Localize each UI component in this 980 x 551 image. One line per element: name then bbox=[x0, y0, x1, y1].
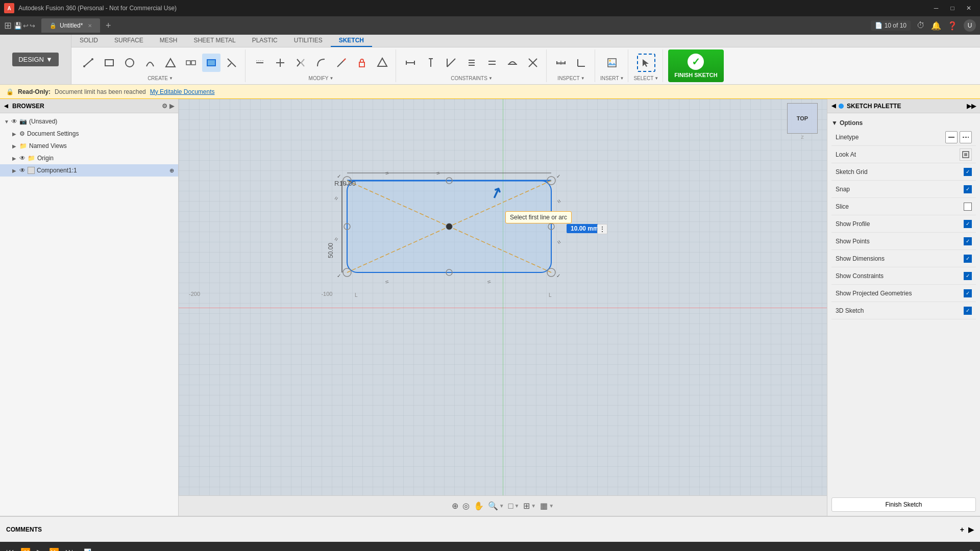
rectangle-tool-button[interactable] bbox=[100, 54, 118, 72]
zoom-button[interactable]: 🔍▼ bbox=[488, 501, 504, 511]
vertical-constraint-button[interactable] bbox=[422, 54, 440, 72]
tree-item-unsaved[interactable]: ▼ 👁 📷 (Unsaved) bbox=[0, 115, 178, 128]
show-points-checkbox[interactable]: ✓ bbox=[964, 237, 972, 245]
tab-solid[interactable]: SOLID bbox=[71, 35, 106, 47]
panel-display-button[interactable]: ▦▼ bbox=[540, 501, 554, 511]
fillet-tool-button[interactable] bbox=[312, 54, 330, 72]
3d-sketch-checkbox[interactable]: ✓ bbox=[964, 307, 972, 315]
sketch-grid-checkbox[interactable]: ✓ bbox=[964, 168, 972, 176]
tree-item-named-views[interactable]: ▶ 📁 Named Views bbox=[0, 140, 178, 152]
notification-icon[interactable]: 🔔 bbox=[931, 21, 941, 31]
sketch-rect-button[interactable] bbox=[202, 54, 220, 72]
select-tool-button[interactable] bbox=[637, 54, 655, 72]
view-cube[interactable]: TOP Z bbox=[782, 103, 823, 144]
polygon-tool-button[interactable] bbox=[161, 54, 180, 72]
palette-expand-icon[interactable]: ▶▶ bbox=[967, 103, 976, 110]
playback-play-button[interactable]: ▶ bbox=[37, 547, 43, 552]
pan-button[interactable]: ✋ bbox=[474, 501, 484, 511]
tab-sheet-metal[interactable]: SHEET METAL bbox=[185, 35, 243, 47]
user-avatar[interactable]: U bbox=[964, 19, 976, 32]
coincident-constraint-button[interactable] bbox=[524, 54, 542, 72]
comments-add-icon[interactable]: + bbox=[960, 525, 964, 534]
look-at-button[interactable] bbox=[960, 148, 972, 161]
slice-checkbox[interactable] bbox=[964, 203, 972, 211]
settings-gear-icon[interactable]: ⚙ bbox=[968, 548, 974, 551]
linetype-solid-button[interactable] bbox=[945, 131, 958, 143]
project-tool-button[interactable] bbox=[271, 54, 289, 72]
capture-icon[interactable]: 📷 bbox=[19, 118, 27, 125]
close-button[interactable]: ✕ bbox=[962, 3, 976, 13]
linetype-controls bbox=[945, 131, 972, 143]
more-shapes-button[interactable] bbox=[182, 54, 200, 72]
sketch-dimension-button[interactable] bbox=[572, 54, 591, 72]
grid-display-button[interactable]: ⊞▼ bbox=[523, 501, 536, 511]
visibility-icon[interactable]: 👁 bbox=[11, 118, 17, 125]
delete-tool-button[interactable] bbox=[373, 54, 391, 72]
active-tab[interactable]: 🔒 Untitled* ✕ bbox=[41, 18, 100, 33]
playback-prev-button[interactable]: ⏪ bbox=[20, 547, 31, 552]
parallel-constraint-button[interactable] bbox=[462, 54, 481, 72]
show-constraints-checkbox[interactable]: ✓ bbox=[964, 272, 972, 280]
mirror-tool-button[interactable] bbox=[291, 54, 310, 72]
document-counter[interactable]: 📄 10 of 10 bbox=[871, 20, 911, 31]
editable-documents-link[interactable]: My Editable Documents bbox=[150, 88, 215, 95]
browser-collapse-icon[interactable]: ◀ bbox=[4, 103, 8, 109]
design-button[interactable]: DESIGN ▼ bbox=[12, 53, 59, 66]
trim-tool-button[interactable] bbox=[223, 54, 241, 72]
playback-last-button[interactable]: ⏭ bbox=[65, 547, 74, 551]
tab-mesh[interactable]: MESH bbox=[152, 35, 186, 47]
tab-close-icon[interactable]: ✕ bbox=[88, 23, 92, 29]
tree-item-component1[interactable]: ▶ 👁 Component1:1 ⊕ bbox=[0, 164, 178, 177]
linetype-dashed-button[interactable] bbox=[960, 131, 972, 143]
app-menu-icon[interactable]: ⊞ bbox=[4, 20, 12, 31]
palette-finish-sketch-button[interactable]: Finish Sketch bbox=[831, 497, 976, 512]
canvas-area[interactable]: -200 -100 ✓ ✓ ✓ ✓ bbox=[179, 99, 827, 516]
minimize-button[interactable]: ─ bbox=[929, 3, 943, 13]
measure-button[interactable] bbox=[552, 54, 570, 72]
tree-item-origin[interactable]: ▶ 👁 📁 Origin bbox=[0, 152, 178, 164]
tangent-constraint-button[interactable] bbox=[503, 54, 522, 72]
dimension-options-button[interactable]: ⋮ bbox=[597, 224, 607, 234]
clock-icon[interactable]: ⏱ bbox=[917, 21, 925, 30]
browser-settings-icon[interactable]: ⚙ bbox=[162, 103, 167, 110]
help-icon[interactable]: ❓ bbox=[947, 21, 958, 31]
show-profile-checkbox[interactable]: ✓ bbox=[964, 220, 972, 228]
perpendicular-constraint-button[interactable] bbox=[442, 54, 460, 72]
show-dimensions-checkbox[interactable]: ✓ bbox=[964, 255, 972, 263]
tab-plastic[interactable]: PLASTIC bbox=[244, 35, 286, 47]
equal-constraint-button[interactable] bbox=[483, 54, 501, 72]
snap-to-grid-button[interactable]: ⊕ bbox=[452, 501, 458, 511]
comments-expand-icon[interactable]: ▶ bbox=[968, 525, 974, 534]
line-tool-button[interactable] bbox=[80, 54, 98, 72]
origin-visibility-icon[interactable]: 👁 bbox=[19, 155, 26, 162]
tab-utilities[interactable]: UTILITIES bbox=[286, 35, 331, 47]
snap-checkbox[interactable]: ✓ bbox=[964, 185, 972, 193]
undo-icon[interactable]: ↩ bbox=[23, 22, 29, 30]
arc-tool-button[interactable] bbox=[141, 54, 159, 72]
component-pin-icon[interactable]: ⊕ bbox=[169, 167, 174, 174]
palette-collapse-icon[interactable]: ◀ bbox=[831, 103, 836, 109]
options-section-header[interactable]: ▼ Options bbox=[831, 117, 976, 129]
lock-constraint-button[interactable] bbox=[353, 54, 371, 72]
extend-tool-button[interactable] bbox=[332, 54, 351, 72]
insert-image-button[interactable] bbox=[603, 54, 621, 72]
display-mode-button[interactable]: □▼ bbox=[508, 502, 520, 511]
browser-expand-icon[interactable]: ▶ bbox=[169, 103, 174, 110]
new-tab-button[interactable]: + bbox=[102, 19, 114, 32]
playback-first-button[interactable]: ⏮ bbox=[6, 547, 14, 551]
tab-surface[interactable]: SURFACE bbox=[106, 35, 152, 47]
origin-button[interactable]: ◎ bbox=[462, 501, 470, 511]
horizontal-constraint-button[interactable] bbox=[401, 54, 420, 72]
playback-next-button[interactable]: ⏩ bbox=[49, 547, 59, 552]
redo-icon[interactable]: ↪ bbox=[30, 22, 35, 30]
finish-sketch-button[interactable]: ✓ FINISH SKETCH bbox=[668, 49, 723, 82]
view-cube-box[interactable]: TOP bbox=[787, 103, 818, 134]
component-visibility-icon[interactable]: 👁 bbox=[19, 167, 26, 174]
save-icon[interactable]: 💾 bbox=[14, 22, 22, 30]
maximize-button[interactable]: □ bbox=[945, 3, 960, 13]
show-projected-checkbox[interactable]: ✓ bbox=[964, 289, 972, 297]
offset-tool-button[interactable] bbox=[251, 54, 269, 72]
tab-sketch[interactable]: SKETCH bbox=[331, 35, 372, 47]
circle-tool-button[interactable] bbox=[120, 54, 139, 72]
tree-item-doc-settings[interactable]: ▶ ⚙ Document Settings bbox=[0, 128, 178, 140]
